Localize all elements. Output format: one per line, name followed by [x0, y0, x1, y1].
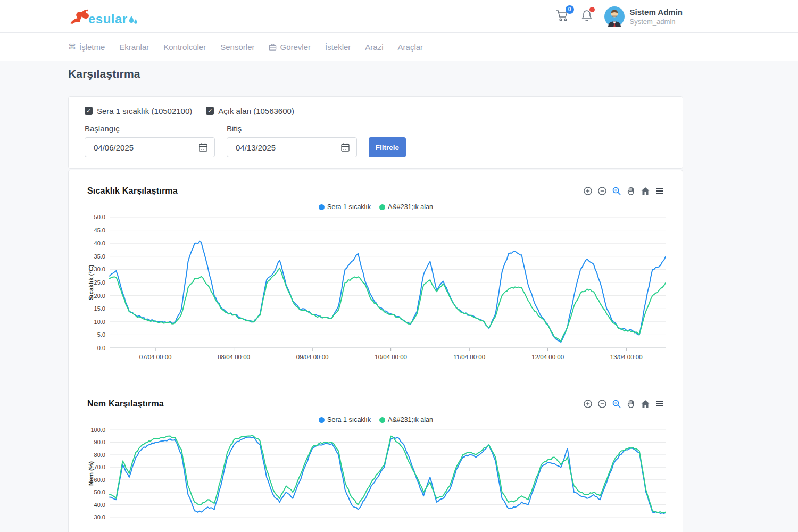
svg-text:40.0: 40.0	[94, 240, 105, 246]
svg-text:30.0: 30.0	[94, 514, 105, 520]
menu-icon[interactable]	[655, 399, 664, 409]
nav-item-label: İşletme	[79, 43, 105, 52]
legend-label: Sera 1 sıcaklık	[327, 203, 371, 211]
nav-item-isletme[interactable]: ⌘ İşletme	[68, 42, 105, 52]
chart-legend: Sera 1 sıcaklıkA&#231;ık alan	[87, 203, 664, 211]
svg-text:13/04 00:00: 13/04 00:00	[610, 354, 643, 360]
logo-drops-icon	[128, 14, 138, 26]
user-name: Sistem Admin	[630, 7, 683, 16]
chart-title: Sıcaklık Karşılaştırma	[87, 186, 178, 196]
svg-text:70.0: 70.0	[94, 464, 105, 470]
sensor-checkbox-acik-alan[interactable]: ✓ Açık alan (10563600)	[206, 106, 294, 115]
cart-button[interactable]: 0	[555, 9, 569, 24]
box-zoom-icon[interactable]	[612, 186, 621, 196]
start-date-label: Başlangıç	[85, 124, 215, 133]
nav-item-istekler[interactable]: İstekler	[325, 43, 351, 52]
svg-text:10/04 00:00: 10/04 00:00	[375, 354, 407, 360]
checkbox-label: Sera 1 sıcaklık (10502100)	[97, 106, 192, 115]
svg-text:0.0: 0.0	[97, 345, 105, 351]
cart-badge: 0	[566, 5, 574, 14]
svg-text:45.0: 45.0	[94, 227, 105, 234]
end-date-input[interactable]: 04/13/2025	[227, 137, 357, 157]
nav-item-gorevler[interactable]: Görevler	[269, 43, 311, 52]
user-menu[interactable]: Sistem Admin System_admin	[604, 6, 683, 27]
nav-item-label: Kontrolcüler	[163, 43, 206, 52]
menu-icon[interactable]	[655, 186, 664, 196]
svg-text:30.0: 30.0	[94, 266, 105, 272]
legend-item[interactable]: Sera 1 sıcaklık	[319, 416, 371, 423]
legend-label: Sera 1 sıcaklık	[327, 416, 371, 423]
legend-dot-icon	[319, 204, 325, 210]
svg-text:07/04 00:00: 07/04 00:00	[139, 354, 172, 360]
zoom-in-icon[interactable]	[583, 399, 593, 409]
box-zoom-icon[interactable]	[612, 399, 621, 409]
legend-item[interactable]: Sera 1 sıcaklık	[319, 203, 371, 211]
user-handle: System_admin	[630, 18, 683, 26]
svg-text:50.0: 50.0	[94, 214, 105, 220]
pan-icon[interactable]	[626, 186, 636, 196]
nav-item-ekranlar[interactable]: Ekranlar	[119, 43, 149, 52]
nav-item-label: Ekranlar	[119, 43, 149, 52]
zoom-in-icon[interactable]	[583, 186, 593, 196]
chart-title: Nem Karşılaştırma	[87, 399, 164, 409]
top-header: esular 0	[0, 0, 798, 33]
svg-text:Sıcaklık (°C): Sıcaklık (°C)	[88, 265, 94, 301]
svg-text:90.0: 90.0	[94, 439, 105, 445]
svg-text:5.0: 5.0	[97, 331, 105, 338]
pan-icon[interactable]	[626, 399, 636, 409]
logo[interactable]: esular	[68, 7, 138, 26]
calendar-icon[interactable]	[340, 143, 350, 152]
svg-text:25.0: 25.0	[94, 279, 105, 286]
charts-panel: Sıcaklık Karşılaştırma	[68, 170, 683, 532]
avatar	[604, 6, 625, 27]
chart-toolbar	[583, 399, 664, 409]
nav-item-label: İstekler	[325, 43, 351, 52]
nav-item-sensorler[interactable]: Sensörler	[220, 43, 254, 52]
nav-item-araclar[interactable]: Araçlar	[398, 43, 423, 52]
notification-dot-icon	[589, 7, 595, 12]
filter-button[interactable]: Filtrele	[369, 137, 406, 157]
legend-dot-icon	[379, 204, 385, 210]
reset-home-icon[interactable]	[641, 399, 650, 409]
checkbox-checked-icon[interactable]: ✓	[85, 107, 93, 115]
temperature-chart-block: Sıcaklık Karşılaştırma	[87, 186, 664, 366]
svg-text:20.0: 20.0	[94, 293, 105, 299]
series-line	[110, 436, 666, 513]
svg-text:50.0: 50.0	[94, 489, 105, 495]
nav-item-label: Arazi	[365, 43, 383, 52]
svg-text:60.0: 60.0	[94, 477, 105, 483]
notifications-button[interactable]	[581, 9, 593, 24]
zoom-out-icon[interactable]	[597, 399, 607, 409]
svg-text:100.0: 100.0	[90, 427, 105, 433]
humidity-chart-block: Nem Karşılaştırma	[87, 399, 664, 532]
zoom-out-icon[interactable]	[597, 186, 607, 196]
svg-text:10.0: 10.0	[94, 319, 105, 325]
calendar-icon[interactable]	[198, 143, 208, 152]
svg-text:08/04 00:00: 08/04 00:00	[218, 354, 250, 360]
legend-item[interactable]: A&#231;ık alan	[379, 416, 433, 423]
humidity-chart[interactable]: 30.040.050.060.070.080.090.0100.0Nem (%)	[87, 426, 666, 532]
svg-text:09/04 00:00: 09/04 00:00	[296, 354, 329, 360]
sensor-checkbox-sera1[interactable]: ✓ Sera 1 sıcaklık (10502100)	[85, 106, 192, 115]
page-title: Karşılaştırma	[68, 68, 683, 80]
briefcase-icon	[269, 43, 277, 51]
main-nav: ⌘ İşletme Ekranlar Kontrolcüler Sensörle…	[0, 33, 798, 61]
legend-label: A&#231;ık alan	[388, 416, 433, 423]
nav-item-arazi[interactable]: Arazi	[365, 43, 383, 52]
temperature-chart[interactable]: 0.05.010.015.020.025.030.035.040.045.050…	[87, 213, 666, 366]
checkbox-checked-icon[interactable]: ✓	[206, 107, 214, 115]
chart-legend: Sera 1 sıcaklıkA&#231;ık alan	[87, 416, 664, 423]
legend-dot-icon	[379, 417, 385, 423]
nav-item-label: Görevler	[280, 43, 311, 52]
start-date-value: 04/06/2025	[94, 143, 134, 152]
svg-text:35.0: 35.0	[94, 253, 105, 260]
nav-item-label: Araçlar	[398, 43, 423, 52]
reset-home-icon[interactable]	[641, 186, 650, 196]
start-date-input[interactable]: 04/06/2025	[85, 137, 215, 157]
legend-item[interactable]: A&#231;ık alan	[379, 203, 433, 211]
svg-text:Nem (%): Nem (%)	[88, 461, 94, 486]
svg-text:15.0: 15.0	[94, 305, 105, 312]
nav-item-kontrolculer[interactable]: Kontrolcüler	[163, 43, 206, 52]
logo-text: esular	[88, 13, 128, 26]
legend-dot-icon	[319, 417, 325, 423]
